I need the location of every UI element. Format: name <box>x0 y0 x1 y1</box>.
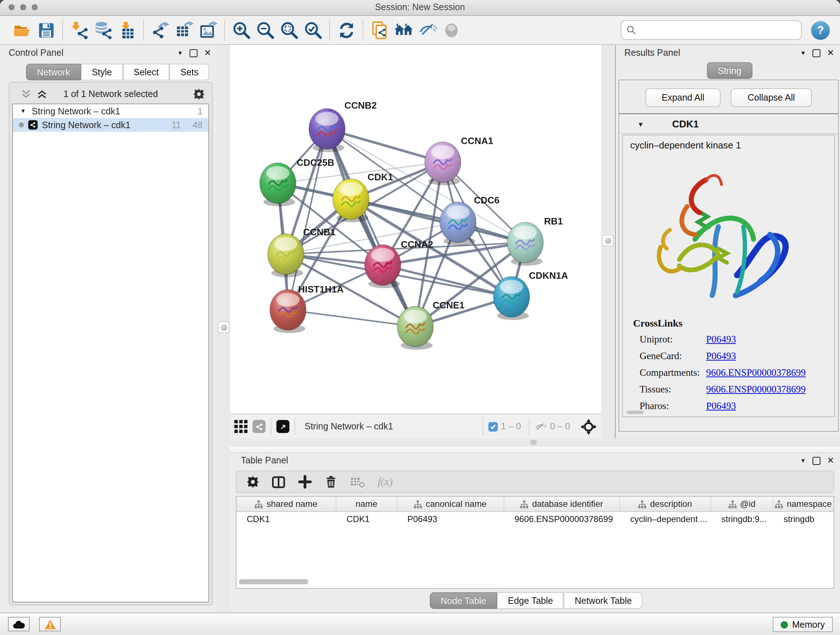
bottom-splitter-handle[interactable] <box>531 440 537 445</box>
float-panel-icon[interactable] <box>189 49 197 57</box>
zoom-in-button[interactable] <box>229 18 253 42</box>
results-scrollbar-thumb[interactable] <box>627 410 644 414</box>
collapse-all-button[interactable]: Collapse All <box>731 88 812 107</box>
collapse-panel-icon[interactable]: ▼ <box>177 50 183 56</box>
table-cell[interactable]: cyclin–dependent ... <box>620 512 711 526</box>
network-edge[interactable] <box>288 310 415 326</box>
float-panel-icon[interactable] <box>813 456 821 464</box>
table-cell[interactable]: stringdb:9... <box>711 512 774 526</box>
hide-selected-button[interactable] <box>415 18 439 42</box>
table-cell[interactable]: 9606.ENSP00000378699 <box>504 512 620 526</box>
export-table-button[interactable] <box>172 18 196 42</box>
crosslink-link[interactable]: 9606.ENSP00000378699 <box>706 384 806 395</box>
right-splitter-handle[interactable] <box>602 234 614 246</box>
zoom-out-icon <box>256 21 275 40</box>
home-button[interactable] <box>392 18 415 42</box>
warnings-button[interactable] <box>39 617 61 631</box>
column-header-database-identifier[interactable]: database identifier <box>504 497 620 511</box>
column-header-canonical-name[interactable]: canonical name <box>397 497 504 511</box>
string-network-icon <box>28 120 38 130</box>
network-row[interactable]: String Network – cdk1 11 48 <box>13 118 208 132</box>
network-edge[interactable] <box>351 199 525 242</box>
close-panel-icon[interactable]: ✕ <box>827 457 834 464</box>
network-node-cdc6[interactable]: CDC6 <box>440 195 500 245</box>
bottom-splitter[interactable] <box>230 438 840 447</box>
tab-edge-table[interactable]: Edge Table <box>497 592 564 609</box>
table-cell[interactable]: CDK1 <box>336 512 397 526</box>
fit-content-crosshair-icon[interactable] <box>580 418 597 435</box>
import-network-button[interactable] <box>67 18 91 42</box>
close-panel-icon[interactable]: ✕ <box>204 49 211 57</box>
gene-header[interactable]: ▼ CDK1 <box>620 115 837 134</box>
left-splitter-handle[interactable] <box>218 321 229 333</box>
network-canvas[interactable]: CCNB2CCNA1CDC25BCDK1CDC6RB1CCNB1CCNA2CDK… <box>230 45 601 413</box>
refresh-button[interactable] <box>334 18 358 42</box>
crosslink-link[interactable]: P06493 <box>706 334 736 345</box>
help-button[interactable]: ? <box>811 21 830 40</box>
column-header-name[interactable]: name <box>336 497 397 511</box>
zoom-selected-button[interactable] <box>301 18 325 42</box>
network-node-hist1h1a[interactable]: HIST1H1A <box>270 284 344 333</box>
search-input[interactable] <box>639 24 796 36</box>
string-network-graph[interactable]: CCNB2CCNA1CDC25BCDK1CDC6RB1CCNB1CCNA2CDK… <box>230 45 601 413</box>
zoom-out-button[interactable] <box>253 18 277 42</box>
delete-column-icon[interactable] <box>324 475 338 489</box>
import-table-button[interactable] <box>115 18 139 42</box>
memory-button[interactable]: Memory <box>773 617 833 632</box>
tab-select[interactable]: Select <box>123 64 170 80</box>
table-row[interactable]: CDK1CDK1P064939606.ENSP00000378699cyclin… <box>237 512 834 526</box>
selected-checkbox-icon[interactable] <box>489 422 498 431</box>
right-splitter[interactable] <box>601 45 615 438</box>
tab-network[interactable]: Network <box>26 64 81 80</box>
tab-node-table[interactable]: Node Table <box>430 592 497 609</box>
collapse-panel-icon[interactable]: ▼ <box>800 457 806 464</box>
import-database-button[interactable] <box>91 18 115 42</box>
network-options-gear-icon[interactable] <box>193 88 205 100</box>
table-scrollbar-thumb[interactable] <box>239 579 308 584</box>
string-style-icon[interactable] <box>253 420 265 433</box>
left-splitter[interactable] <box>217 45 230 613</box>
clone-network-button[interactable] <box>368 18 392 42</box>
tree-caret-icon[interactable]: ▼ <box>20 108 26 114</box>
network-node-cdkn1a[interactable]: CDKN1A <box>493 270 568 320</box>
show-columns-icon[interactable] <box>271 475 286 489</box>
gene-caret-icon[interactable]: ▼ <box>638 121 644 128</box>
node-table[interactable]: shared namenamecanonical namedatabase id… <box>236 496 834 589</box>
table-cell[interactable]: stringdb <box>774 512 834 526</box>
tab-network-table[interactable]: Network Table <box>564 592 643 609</box>
add-column-icon[interactable] <box>298 475 312 489</box>
network-node-rb1[interactable]: RB1 <box>507 216 563 266</box>
zoom-fit-button[interactable] <box>277 18 301 42</box>
network-edge[interactable] <box>288 129 327 310</box>
crosslink-link[interactable]: P06493 <box>706 401 736 412</box>
network-node-ccnb2[interactable]: CCNB2 <box>309 100 377 152</box>
protein-structure-image <box>640 166 818 314</box>
birdseye-grid-icon[interactable] <box>234 420 248 433</box>
search-field[interactable] <box>621 20 802 40</box>
network-edge[interactable] <box>327 129 415 326</box>
column-header-namespace[interactable]: namespace <box>774 497 834 511</box>
tab-sets[interactable]: Sets <box>170 64 210 80</box>
export-network-button[interactable] <box>148 18 172 42</box>
table-cell[interactable]: CDK1 <box>237 512 336 526</box>
close-panel-icon[interactable]: ✕ <box>827 49 834 57</box>
save-session-button[interactable] <box>34 18 58 42</box>
crosslink-link[interactable]: 9606.ENSP00000378699 <box>706 367 806 379</box>
float-panel-icon[interactable] <box>813 49 821 57</box>
open-in-browser-icon[interactable] <box>276 420 289 433</box>
expand-all-button[interactable]: Expand All <box>645 88 721 107</box>
cloud-button[interactable] <box>8 617 30 631</box>
network-collection-row[interactable]: ▼ String Network – cdk1 1 <box>13 104 208 118</box>
column-header-shared-name[interactable]: shared name <box>237 497 336 511</box>
export-image-button[interactable] <box>196 18 220 42</box>
table-options-gear-icon[interactable] <box>247 476 259 488</box>
crosslink-link[interactable]: P06493 <box>706 350 736 362</box>
column-header-description[interactable]: description <box>620 497 711 511</box>
tab-string[interactable]: String <box>707 62 752 79</box>
tab-style[interactable]: Style <box>81 64 123 80</box>
open-session-button[interactable] <box>10 18 34 42</box>
collapse-panel-icon[interactable]: ▼ <box>800 50 806 56</box>
table-cell[interactable]: P06493 <box>397 512 504 526</box>
show-all-button[interactable] <box>439 18 463 42</box>
column-header--id[interactable]: @id <box>711 497 774 511</box>
